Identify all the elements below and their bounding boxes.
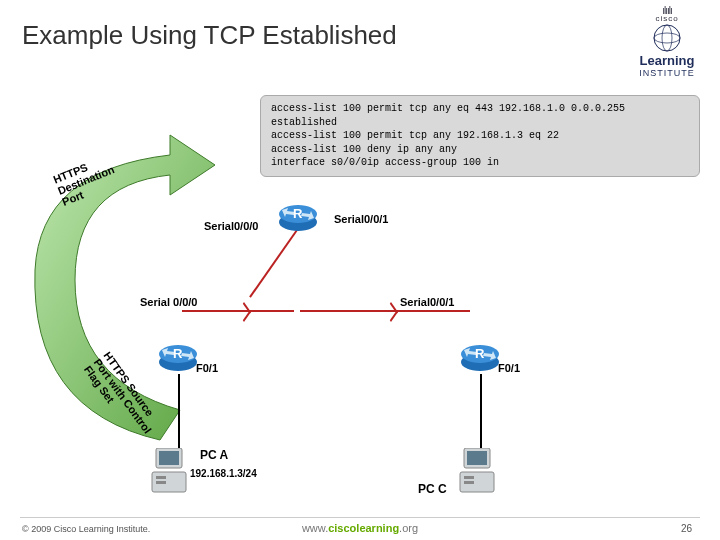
- page-number: 26: [681, 523, 692, 534]
- globe-icon: [632, 23, 702, 53]
- slide: { "title": "Example Using TCP Establishe…: [0, 0, 720, 540]
- router-right-label: R: [475, 346, 484, 361]
- logo-brand: cisco: [632, 14, 702, 23]
- svg-rect-15: [467, 451, 487, 465]
- f0-1-left-label: F0/1: [196, 362, 218, 374]
- svg-point-1: [654, 33, 680, 43]
- serial-link-right: [300, 310, 470, 312]
- svg-rect-17: [464, 476, 474, 479]
- router-top-label: R: [293, 206, 302, 221]
- svg-rect-12: [156, 476, 166, 479]
- svg-point-0: [654, 25, 680, 51]
- pc-a-icon: [150, 448, 190, 494]
- acl-config-text: access-list 100 permit tcp any eq 443 19…: [260, 95, 700, 177]
- f0-1-right-label: F0/1: [498, 362, 520, 374]
- copyright: © 2009 Cisco Learning Institute.: [22, 524, 150, 534]
- lan-link-left: [178, 374, 180, 454]
- url-prefix: www.: [302, 522, 328, 534]
- router-left-label: R: [173, 346, 182, 361]
- serial-0-0-1-mid-label: Serial0/0/1: [400, 296, 454, 308]
- pc-c-label: PC C: [418, 482, 447, 496]
- serial-link-left: [182, 310, 294, 312]
- logo-sub: INSTITUTE: [632, 68, 702, 78]
- serial-link-top: [249, 229, 298, 297]
- lan-link-right: [480, 374, 482, 454]
- svg-rect-10: [159, 451, 179, 465]
- pc-c-icon: [458, 448, 498, 494]
- svg-point-2: [662, 25, 672, 51]
- serial-0-0-0-top-label: Serial0/0/0: [204, 220, 258, 232]
- logo-main: Learning: [632, 53, 702, 68]
- serial-0-0-1-top-label: Serial0/0/1: [334, 213, 388, 225]
- footer-divider: [20, 517, 700, 518]
- slide-title: Example Using TCP Established: [22, 20, 397, 51]
- url-domain: ciscolearning: [328, 522, 399, 534]
- pc-a-label: PC A: [200, 448, 228, 462]
- serial-0-0-0-mid-label: Serial 0/0/0: [140, 296, 198, 308]
- svg-rect-18: [464, 481, 474, 484]
- url-suffix: .org: [399, 522, 418, 534]
- cisco-learning-logo: ılıılı cisco Learning INSTITUTE: [632, 8, 702, 78]
- footer-url: www.ciscolearning.org: [302, 522, 418, 534]
- pc-a-ip: 192.168.1.3/24: [190, 468, 257, 479]
- svg-rect-13: [156, 481, 166, 484]
